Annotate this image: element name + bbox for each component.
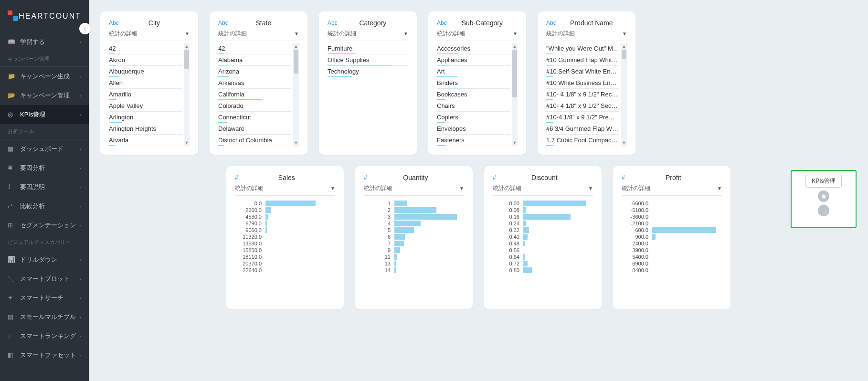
list-item[interactable]: Furniture — [328, 43, 408, 54]
sidebar-item-factor[interactable]: ✱要因分析› — [0, 159, 89, 178]
list-item[interactable]: Colorado — [218, 100, 291, 112]
list-item[interactable]: #10- 4 1/8" x 9 1/2" Securit… — [546, 100, 619, 112]
bar-track — [523, 221, 593, 226]
list-item[interactable]: Bookcases — [437, 89, 510, 100]
sidebar-item-segment[interactable]: ⊞セグメンテーション› — [0, 216, 89, 235]
list-item[interactable]: Arkansas — [218, 77, 291, 89]
list-item[interactable]: Arlington Heights — [109, 123, 182, 135]
bin-label: 0.56 — [493, 247, 519, 253]
histogram-row: 13 — [364, 261, 464, 266]
scroll-up-icon[interactable]: ▲ — [293, 43, 299, 50]
bin-label: 2 — [364, 207, 391, 213]
stats-dropdown[interactable]: 統計の詳細▼ — [364, 184, 464, 196]
scrollbar[interactable]: ▲▼ — [512, 43, 518, 146]
scroll-down-icon[interactable]: ▼ — [293, 139, 299, 146]
list-item[interactable]: #10 Self-Seal White Envelo… — [546, 66, 619, 77]
bar — [523, 241, 525, 246]
list-item[interactable]: 1.7 Cubic Foot Compact "… — [546, 135, 619, 146]
stats-dropdown[interactable]: 統計の詳細▼ — [622, 184, 722, 196]
list-item[interactable]: Akron — [109, 54, 182, 66]
sidebar-item-compare[interactable]: ⇄比較分析› — [0, 197, 89, 216]
chevron-right-icon: › — [79, 39, 81, 45]
stats-dropdown[interactable]: 統計の詳細▼ — [493, 184, 593, 196]
stats-dropdown[interactable]: 統計の詳細▼ — [109, 30, 190, 41]
list-item[interactable]: Amarillo — [109, 89, 182, 100]
stats-dropdown[interactable]: 統計の詳細▼ — [218, 30, 299, 41]
nav-label: スマートランキング — [20, 332, 76, 340]
list-item[interactable]: Fasteners — [437, 135, 510, 146]
list-item[interactable]: #6 3/4 Gummed Flap Whit… — [546, 123, 619, 135]
sidebar-collapse-button[interactable]: ‹ — [79, 23, 91, 34]
card-header: AbcState — [218, 19, 299, 27]
bin-label: 0.72 — [493, 261, 519, 266]
list-item[interactable]: Copiers — [437, 112, 510, 123]
list-item[interactable]: Arvada — [109, 135, 182, 146]
list-item[interactable]: Arlington — [109, 112, 182, 123]
list-item[interactable]: #10-4 1/8" x 9 1/2" Premiu… — [546, 112, 619, 123]
list-item[interactable]: Technology — [328, 66, 408, 77]
histogram-row: 6900.0 — [622, 261, 722, 266]
bar-track — [652, 227, 722, 233]
list-item[interactable]: Albuquerque — [109, 66, 182, 77]
value-list: 42AkronAlbuquerqueAllenAmarilloApple Val… — [109, 43, 182, 146]
list-item[interactable]: Arizona — [218, 66, 291, 77]
list-item[interactable]: #10 White Business Envel… — [546, 77, 619, 89]
stats-dropdown[interactable]: 統計の詳細▼ — [235, 184, 335, 196]
sidebar-item-kpi[interactable]: ◎KPIs管理› — [0, 105, 89, 124]
scroll-thumb[interactable] — [512, 50, 517, 97]
list-item[interactable]: Chairs — [437, 100, 510, 112]
scroll-thumb[interactable] — [184, 50, 189, 69]
list-item[interactable]: Delaware — [218, 123, 291, 135]
list-item[interactable]: 42 — [218, 43, 291, 54]
kpi-manage-button[interactable]: KPIs管理 — [805, 175, 841, 188]
list-item[interactable]: Binders — [437, 77, 510, 89]
bin-label: 0.80 — [493, 267, 519, 273]
sidebar-item-smartplot[interactable]: ⋱スマートプロット› — [0, 269, 89, 288]
list-item[interactable]: 42 — [109, 43, 182, 54]
list-item[interactable]: California — [218, 89, 291, 100]
list-item[interactable]: Accessories — [437, 43, 510, 54]
list-item[interactable]: Allen — [109, 77, 182, 89]
sidebar-item-learn[interactable]: 📖学習する› — [0, 32, 89, 52]
list-item[interactable]: District of Columbia — [218, 135, 291, 146]
list-item[interactable]: Appliances — [437, 54, 510, 66]
sidebar-item-smartsearch[interactable]: ✦スマートサーチ› — [0, 288, 89, 307]
list-item[interactable]: Apple Valley — [109, 100, 182, 112]
scroll-down-icon[interactable]: ▼ — [512, 139, 518, 146]
list-item[interactable]: "While you Were Out" Mes… — [546, 43, 619, 54]
list-item[interactable]: Envelopes — [437, 123, 510, 135]
card-title: Product Name — [556, 19, 627, 27]
sidebar-item-smartfacet[interactable]: ◧スマートファセット› — [0, 346, 89, 365]
histogram-row: 5400.0 — [622, 254, 722, 260]
scroll-down-icon[interactable]: ▼ — [184, 139, 190, 146]
list-item[interactable]: #10- 4 1/8" x 9 1/2" Recycl… — [546, 89, 619, 100]
scroll-down-icon[interactable]: ▼ — [621, 139, 627, 146]
stats-dropdown[interactable]: 統計の詳細▼ — [546, 30, 627, 41]
sidebar-item-drilldown[interactable]: 📊ドリルダウン› — [0, 250, 89, 269]
sidebar-item-campaign-manage[interactable]: 📂キャンペーン管理› — [0, 86, 89, 105]
list-item[interactable]: Office Supplies — [328, 54, 408, 66]
list-item[interactable]: Art — [437, 66, 510, 77]
scroll-up-icon[interactable]: ▲ — [512, 43, 518, 50]
gauge-icon[interactable]: ◉ — [818, 190, 829, 202]
scroll-up-icon[interactable]: ▲ — [184, 43, 190, 50]
stats-dropdown[interactable]: 統計の詳細▼ — [328, 30, 408, 41]
list-item[interactable]: Connecticut — [218, 112, 291, 123]
sidebar-item-explain[interactable]: ⤴要因説明› — [0, 178, 89, 197]
sidebar-item-campaign-create[interactable]: 📁キャンペーン生成› — [0, 67, 89, 86]
scroll-up-icon[interactable]: ▲ — [621, 43, 627, 50]
nav-label: キャンペーン管理 — [20, 91, 70, 100]
sidebar-item-smartranking[interactable]: ≡スマートランキング› — [0, 327, 89, 346]
scroll-thumb[interactable] — [622, 50, 626, 59]
histogram-row: -600.0 — [622, 227, 722, 233]
chart-action-icon[interactable]: ⬚ — [818, 205, 829, 216]
scrollbar[interactable]: ▲▼ — [293, 43, 299, 146]
list-item[interactable]: Alabama — [218, 54, 291, 66]
sidebar-item-dashboard[interactable]: ▦ダッシュボード› — [0, 139, 89, 159]
scrollbar[interactable]: ▲▼ — [184, 43, 190, 146]
stats-dropdown[interactable]: 統計の詳細▼ — [437, 30, 518, 41]
sidebar-item-smallmultiple[interactable]: ▤スモールマルチプル› — [0, 307, 89, 327]
scrollbar[interactable]: ▲▼ — [621, 43, 627, 146]
scroll-thumb[interactable] — [294, 50, 298, 74]
list-item[interactable]: #10 Gummed Flap White E… — [546, 54, 619, 66]
